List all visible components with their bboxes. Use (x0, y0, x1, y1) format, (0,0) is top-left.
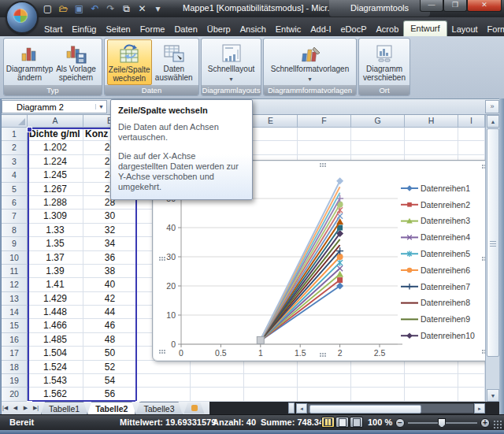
cell-A13[interactable]: 1.429 (28, 292, 83, 306)
cell-I18[interactable] (458, 361, 485, 374)
row-header-7[interactable]: 7 (2, 210, 28, 223)
cell-B10[interactable]: 36 (83, 251, 137, 265)
cell-H20[interactable] (405, 388, 458, 401)
cell-F2[interactable] (298, 141, 351, 154)
office-button[interactable] (6, 1, 39, 34)
cell-C20[interactable] (137, 388, 191, 401)
cell-H19[interactable] (405, 374, 458, 388)
row-header-18[interactable]: 18 (2, 361, 28, 374)
cell-F18[interactable] (298, 361, 351, 374)
save-icon[interactable]: ▣ (72, 2, 86, 15)
tab-überp[interactable]: Überp (202, 21, 235, 36)
cell-F20[interactable] (298, 388, 351, 401)
select-all-corner[interactable] (2, 115, 28, 128)
button-daten-auswählen[interactable]: Daten auswählen (152, 39, 197, 85)
row-header-5[interactable]: 5 (2, 183, 28, 196)
cell-A20[interactable]: 1.562 (28, 388, 83, 401)
new-document-icon[interactable]: ▢ (41, 2, 54, 15)
cell-I2[interactable] (458, 141, 485, 154)
sheet-tab-tabelle1[interactable]: Tabelle1 (41, 402, 87, 414)
cell-A10[interactable]: 1.37 (28, 251, 83, 265)
cell-D20[interactable] (191, 388, 244, 401)
cell-G1[interactable] (351, 128, 405, 141)
tab-entwic[interactable]: Entwic (271, 21, 306, 36)
cell-A16[interactable]: 1.485 (28, 333, 83, 347)
row-header-14[interactable]: 14 (2, 306, 28, 319)
formula-bar-expand-button[interactable]: » (485, 100, 499, 113)
cell-B14[interactable]: 44 (83, 306, 137, 319)
zoom-thumb[interactable] (438, 418, 446, 428)
cell-E19[interactable] (244, 374, 298, 388)
name-box-dropdown-icon[interactable]: ▼ (95, 104, 106, 109)
tab-layout[interactable]: Layout (447, 21, 483, 36)
page-layout-view-button[interactable] (335, 417, 349, 428)
horizontal-scroll-thumb[interactable] (309, 405, 421, 414)
tab-edocp[interactable]: eDocP (335, 21, 371, 36)
cell-D19[interactable] (191, 374, 244, 388)
tab-scroll-prev-icon[interactable]: ◀ (10, 405, 20, 411)
row-header-1[interactable]: 1 (2, 128, 28, 141)
column-header-H[interactable]: H (405, 115, 458, 128)
cell-F1[interactable] (298, 128, 351, 141)
tab-ansich[interactable]: Ansich (235, 21, 271, 36)
sheet-tab-tabelle2[interactable]: Tabelle2 (87, 402, 135, 414)
cell-B17[interactable]: 50 (83, 347, 137, 360)
cell-A7[interactable]: 1.309 (28, 210, 83, 223)
cell-A4[interactable]: 1.245 (28, 169, 83, 182)
tab-start[interactable]: Start (39, 21, 67, 36)
cell-H1[interactable] (405, 128, 458, 141)
row-header-4[interactable]: 4 (2, 169, 28, 182)
cell-G18[interactable] (351, 361, 405, 374)
cell-H18[interactable] (405, 361, 458, 374)
scroll-right-icon[interactable]: ► (474, 403, 485, 414)
cell-H2[interactable] (405, 141, 458, 154)
cell-I19[interactable] (458, 374, 485, 388)
cell-C18[interactable] (137, 361, 191, 374)
cell-A11[interactable]: 1.39 (28, 265, 83, 278)
redo-icon[interactable]: ↷ (104, 2, 117, 15)
cell-A12[interactable]: 1.41 (28, 278, 83, 291)
tab-daten[interactable]: Daten (169, 21, 202, 36)
normal-view-button[interactable] (321, 417, 335, 428)
tab-scroll-next-icon[interactable]: ▶ (20, 405, 31, 411)
cell-B19[interactable]: 54 (83, 374, 137, 388)
row-header-19[interactable]: 19 (2, 374, 28, 388)
scroll-up-icon[interactable]: ▲ (487, 115, 499, 128)
tab-entwurf[interactable]: Entwurf (403, 20, 447, 36)
button-diagrammtyp-ändern[interactable]: Diagrammtyp ändern (6, 39, 53, 85)
cell-A9[interactable]: 1.35 (28, 237, 83, 250)
button-diagramm-verschieben[interactable]: Diagramm verschieben (361, 39, 407, 85)
tab-seiten[interactable]: Seiten (101, 21, 135, 36)
row-header-3[interactable]: 3 (2, 155, 28, 169)
name-box[interactable]: Diagramm 2 ▼ (2, 100, 107, 113)
cell-A18[interactable]: 1.524 (28, 361, 83, 374)
horizontal-scroll-track[interactable] (307, 403, 474, 414)
cell-A14[interactable]: 1.448 (28, 306, 83, 319)
cell-B12[interactable]: 40 (83, 278, 137, 291)
minimize-button[interactable]: — (420, 0, 443, 12)
resize-grip[interactable] (493, 420, 502, 429)
row-header-10[interactable]: 10 (2, 251, 28, 265)
page-break-view-button[interactable] (350, 417, 363, 428)
button-zeile-spalte-wechseln[interactable]: Zeile/Spalte wechseln (107, 39, 152, 85)
tab-format[interactable]: Format (483, 21, 504, 36)
cell-B8[interactable]: 32 (83, 224, 137, 237)
zoom-out-icon[interactable]: − (395, 418, 405, 428)
cell-A15[interactable]: 1.466 (28, 319, 83, 332)
row-header-8[interactable]: 8 (2, 224, 28, 237)
cell-D18[interactable] (191, 361, 244, 374)
row-header-6[interactable]: 6 (2, 196, 28, 210)
cell-A2[interactable]: 1.202 (28, 141, 83, 154)
tab-scroll-last-icon[interactable]: ▶| (31, 405, 41, 411)
cell-E18[interactable] (244, 361, 298, 374)
row-header-11[interactable]: 11 (2, 265, 28, 278)
tab-acrob[interactable]: Acrob (372, 21, 404, 36)
cell-B15[interactable]: 46 (83, 319, 137, 332)
row-header-20[interactable]: 20 (2, 388, 28, 401)
vertical-scrollbar[interactable]: ▲ ▼ (485, 115, 499, 402)
cell-B18[interactable]: 52 (83, 361, 137, 374)
cell-A19[interactable]: 1.543 (28, 374, 83, 388)
cell-B16[interactable]: 48 (83, 333, 137, 347)
cell-B11[interactable]: 38 (83, 265, 137, 278)
cell-G19[interactable] (351, 374, 405, 388)
